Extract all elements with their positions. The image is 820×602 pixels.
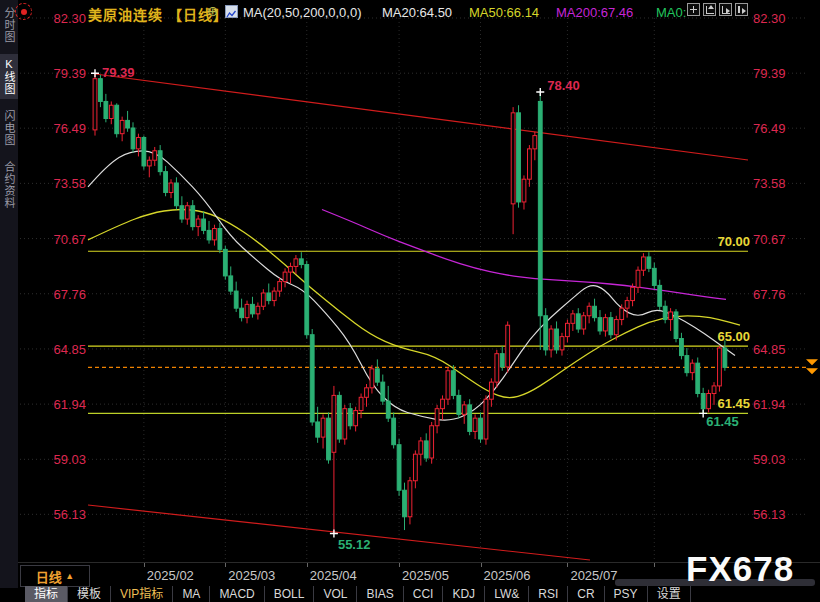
candle-body — [120, 120, 124, 133]
candle-body — [93, 79, 97, 130]
period-selector[interactable]: 日线 ▲ — [20, 565, 90, 587]
candle-body — [549, 329, 553, 350]
candle-body — [446, 371, 450, 399]
candle-body — [538, 101, 542, 315]
y-axis-label-left: 70.67 — [53, 232, 86, 247]
indicator-tab-14[interactable]: 设置 — [648, 586, 691, 602]
y-axis-label-right: 61.94 — [753, 397, 786, 412]
level-label: 65.00 — [717, 329, 750, 344]
candle-body — [354, 411, 358, 426]
indicator-tab-5[interactable]: BOLL — [265, 586, 315, 602]
month-tick — [567, 563, 568, 567]
candle-body — [180, 206, 184, 219]
x-axis-label: 2025/05 — [402, 568, 449, 583]
candle-body — [147, 160, 151, 166]
period-bracket: 【日线】 — [168, 7, 228, 23]
candle-body — [663, 306, 667, 319]
symbol-name: 美原油连续 — [88, 7, 163, 23]
candle-body — [223, 249, 227, 276]
move-crosshair-icon[interactable] — [687, 3, 700, 16]
month-tick — [481, 563, 482, 567]
candle-body — [620, 308, 624, 319]
indicator-tab-9[interactable]: KDJ — [443, 586, 485, 602]
candle-body — [500, 354, 504, 367]
indicator-tab-2[interactable]: VIP指标 — [111, 586, 173, 602]
candle-body — [256, 306, 260, 314]
candle-body — [272, 291, 276, 300]
candle-body — [489, 382, 493, 399]
last-price-marker-icon[interactable] — [806, 359, 818, 374]
candle-body — [343, 409, 347, 439]
trendline[interactable] — [95, 74, 748, 160]
candle-body — [305, 265, 309, 335]
marker-cross-icon — [91, 69, 99, 77]
candle-body — [528, 149, 532, 179]
candle-body — [169, 183, 173, 192]
candle-body — [131, 128, 135, 149]
candle-body — [332, 395, 336, 452]
indicator-tab-10[interactable]: LW& — [485, 586, 529, 602]
y-axis-label-left: 79.39 — [53, 66, 86, 81]
candle-body — [240, 308, 244, 317]
candle-body — [533, 136, 537, 149]
mini-chart-icon[interactable] — [225, 5, 238, 18]
chart-header: 美原油连续 【日线】 ⊕ MA(20,50,200,0,0,0) MA20:64… — [0, 0, 820, 24]
candle-body — [142, 137, 146, 165]
y-axis-label-left: 76.49 — [53, 121, 86, 136]
candle-body — [652, 268, 656, 285]
sidebar-item-2[interactable]: 闪电图 — [0, 106, 18, 150]
y-axis-label-right: 67.76 — [753, 287, 786, 302]
indicator-tab-1[interactable]: 模板 — [68, 586, 111, 602]
axis-zoom-up-icon[interactable] — [703, 3, 716, 16]
candle-body — [636, 270, 640, 287]
indicator-tab-11[interactable]: RSI — [529, 586, 568, 602]
y-axis-label-right: 76.49 — [753, 121, 786, 136]
indicator-tab-6[interactable]: VOL — [314, 586, 357, 602]
candle-body — [435, 409, 439, 426]
period-label: 日线 — [36, 567, 62, 586]
indicator-tab-4[interactable]: MACD — [210, 586, 264, 602]
indicator-tab-8[interactable]: CCI — [404, 586, 444, 602]
candle-body — [696, 363, 700, 393]
candle-body — [99, 79, 103, 102]
sidebar-item-1[interactable]: K线图 — [0, 54, 18, 99]
candle-body — [658, 285, 662, 306]
candle-body — [261, 293, 265, 306]
y-axis-label-left: 61.94 — [53, 397, 86, 412]
y-axis-label-left: 59.03 — [53, 452, 86, 467]
candle-body — [419, 441, 423, 454]
sidebar-item-3[interactable]: 合约资料 — [0, 157, 18, 213]
candle-body — [484, 399, 488, 439]
candle-body — [473, 418, 477, 431]
candle-body — [251, 304, 255, 313]
globe-icon[interactable]: ⊕ — [207, 3, 219, 19]
ma-formula-label: MA(20,50,200,0,0,0) — [243, 5, 362, 20]
x-axis-label: 2025/02 — [147, 568, 194, 583]
x-axis-label: 2025/06 — [484, 568, 531, 583]
candle-body — [522, 179, 526, 202]
y-axis-label-right: 73.58 — [753, 176, 786, 191]
candle-body — [408, 481, 412, 517]
indicator-tab-0[interactable]: 指标 — [25, 586, 68, 602]
indicator-tab-13[interactable]: PSY — [605, 586, 648, 602]
candle-body — [609, 318, 613, 335]
y-axis-label-left: 73.58 — [53, 176, 86, 191]
candle-body — [571, 314, 575, 323]
candle-body — [468, 405, 472, 432]
candle-body — [267, 293, 271, 301]
sidebar: 分时图K线图闪电图合约资料 — [0, 0, 18, 588]
indicator-tab-3[interactable]: MA — [173, 586, 210, 602]
indicator-tab-7[interactable]: BIAS — [357, 586, 403, 602]
candle-body — [582, 316, 586, 329]
y-axis-label-left: 64.85 — [53, 342, 86, 357]
candle-body — [294, 259, 298, 267]
candle-body — [625, 301, 629, 309]
indicator-tab-12[interactable]: CR — [568, 586, 604, 602]
exit-panel-icon[interactable] — [735, 3, 748, 16]
axis-play-right-icon[interactable] — [719, 3, 732, 16]
candle-body — [365, 388, 369, 397]
candle-body — [495, 354, 499, 382]
candle-body — [555, 329, 559, 350]
candle-body — [218, 229, 222, 250]
candlestick-chart-canvas[interactable]: 82.3082.3079.3979.3976.4976.4973.5873.58… — [0, 0, 820, 602]
